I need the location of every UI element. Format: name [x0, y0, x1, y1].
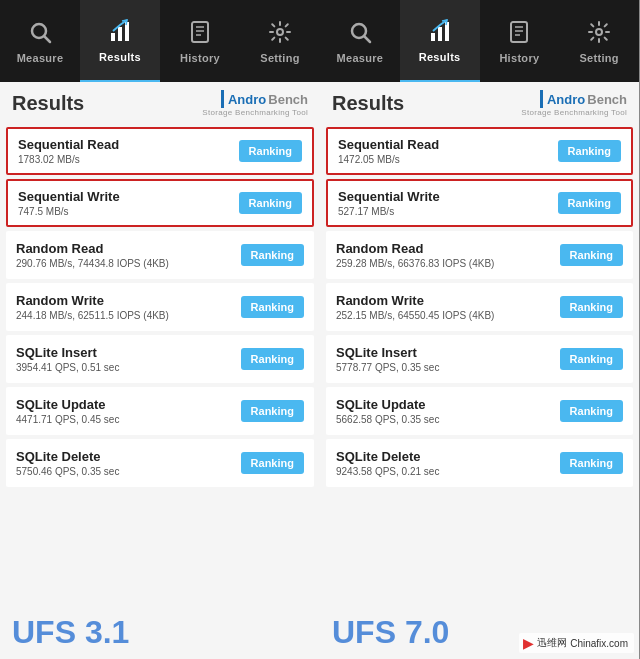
topbar-label-history: History	[499, 52, 539, 64]
bench-item-0: Sequential Read1472.05 MB/sRanking	[326, 127, 633, 175]
bench-info-5: SQLite Update5662.58 QPS, 0.35 sec	[336, 397, 552, 425]
left-panel: MeasureResultsHistorySettingResultsAndro…	[0, 0, 320, 659]
bench-name-0: Sequential Read	[338, 137, 550, 152]
ranking-button-1[interactable]: Ranking	[239, 192, 302, 214]
bottom-label-left: UFS 3.1	[0, 604, 320, 659]
bench-name-6: SQLite Delete	[16, 449, 233, 464]
bench-value-1: 527.17 MB/s	[338, 206, 550, 217]
topbar-item-measure[interactable]: Measure	[320, 0, 400, 82]
ranking-button-6[interactable]: Ranking	[241, 452, 304, 474]
bench-value-6: 5750.46 QPS, 0.35 sec	[16, 466, 233, 477]
bench-info-1: Sequential Write747.5 MB/s	[18, 189, 231, 217]
history-icon	[507, 20, 531, 48]
bench-name-3: Random Write	[336, 293, 552, 308]
results-icon	[108, 19, 132, 47]
topbar-label-measure: Measure	[17, 52, 64, 64]
bench-item-5: SQLite Update5662.58 QPS, 0.35 secRankin…	[326, 387, 633, 435]
topbar-item-results[interactable]: Results	[80, 0, 160, 82]
bench-info-1: Sequential Write527.17 MB/s	[338, 189, 550, 217]
bench-value-5: 4471.71 QPS, 0.45 sec	[16, 414, 233, 425]
andro-bench: Bench	[587, 92, 627, 107]
ranking-button-4[interactable]: Ranking	[560, 348, 623, 370]
bench-info-5: SQLite Update4471.71 QPS, 0.45 sec	[16, 397, 233, 425]
bench-name-0: Sequential Read	[18, 137, 231, 152]
bench-item-3: Random Write252.15 MB/s, 64550.45 IOPS (…	[326, 283, 633, 331]
ranking-button-3[interactable]: Ranking	[241, 296, 304, 318]
bench-item-5: SQLite Update4471.71 QPS, 0.45 secRankin…	[6, 387, 314, 435]
ranking-button-2[interactable]: Ranking	[241, 244, 304, 266]
results-title-right: Results	[332, 92, 404, 115]
bench-value-1: 747.5 MB/s	[18, 206, 231, 217]
bench-info-3: Random Write244.18 MB/s, 62511.5 IOPS (4…	[16, 293, 233, 321]
ranking-button-0[interactable]: Ranking	[239, 140, 302, 162]
bench-name-4: SQLite Insert	[16, 345, 233, 360]
bench-name-2: Random Read	[336, 241, 552, 256]
svg-rect-2	[111, 33, 115, 41]
bench-item-6: SQLite Delete9243.58 QPS, 0.21 secRankin…	[326, 439, 633, 487]
svg-rect-3	[118, 27, 122, 41]
topbar-item-setting[interactable]: Setting	[559, 0, 639, 82]
bench-list-left: Sequential Read1783.02 MB/sRankingSequen…	[0, 121, 320, 604]
bench-item-2: Random Read290.76 MB/s, 74434.8 IOPS (4K…	[6, 231, 314, 279]
bench-list-right: Sequential Read1472.05 MB/sRankingSequen…	[320, 121, 639, 604]
ranking-button-3[interactable]: Ranking	[560, 296, 623, 318]
svg-point-19	[596, 29, 602, 35]
bench-value-2: 290.76 MB/s, 74434.8 IOPS (4KB)	[16, 258, 233, 269]
svg-rect-12	[431, 33, 435, 41]
bench-info-6: SQLite Delete9243.58 QPS, 0.21 sec	[336, 449, 552, 477]
bench-info-2: Random Read290.76 MB/s, 74434.8 IOPS (4K…	[16, 241, 233, 269]
bench-info-4: SQLite Insert5778.77 QPS, 0.35 sec	[336, 345, 552, 373]
history-icon	[188, 20, 212, 48]
bench-info-0: Sequential Read1783.02 MB/s	[18, 137, 231, 165]
topbar-item-measure[interactable]: Measure	[0, 0, 80, 82]
topbar-label-results: Results	[419, 51, 461, 63]
watermark: ▶ 迅维网 Chinafix.com	[519, 633, 634, 653]
topbar-item-history[interactable]: History	[160, 0, 240, 82]
topbar-label-setting: Setting	[579, 52, 618, 64]
svg-rect-15	[511, 22, 527, 42]
bench-item-0: Sequential Read1783.02 MB/sRanking	[6, 127, 314, 175]
ranking-button-4[interactable]: Ranking	[241, 348, 304, 370]
bench-name-1: Sequential Write	[18, 189, 231, 204]
androbench-logo-left: AndroBenchStorage Benchmarking Tool	[202, 90, 308, 117]
topbar-label-setting: Setting	[260, 52, 299, 64]
bench-name-3: Random Write	[16, 293, 233, 308]
bench-value-0: 1472.05 MB/s	[338, 154, 550, 165]
bench-name-2: Random Read	[16, 241, 233, 256]
content-right: ResultsAndroBenchStorage Benchmarking To…	[320, 82, 639, 659]
ranking-button-6[interactable]: Ranking	[560, 452, 623, 474]
content-left: ResultsAndroBenchStorage Benchmarking To…	[0, 82, 320, 659]
topbar-item-results[interactable]: Results	[400, 0, 480, 82]
ranking-button-2[interactable]: Ranking	[560, 244, 623, 266]
ufs-text-left: UFS 3.1	[12, 614, 129, 650]
bench-info-6: SQLite Delete5750.46 QPS, 0.35 sec	[16, 449, 233, 477]
bench-value-5: 5662.58 QPS, 0.35 sec	[336, 414, 552, 425]
bench-item-1: Sequential Write747.5 MB/sRanking	[6, 179, 314, 227]
topbar-item-history[interactable]: History	[480, 0, 560, 82]
bench-value-3: 252.15 MB/s, 64550.45 IOPS (4KB)	[336, 310, 552, 321]
ranking-button-0[interactable]: Ranking	[558, 140, 621, 162]
bench-value-2: 259.28 MB/s, 66376.83 IOPS (4KB)	[336, 258, 552, 269]
bench-value-0: 1783.02 MB/s	[18, 154, 231, 165]
chinafix-domain: Chinafix.com	[570, 638, 628, 649]
bench-value-4: 5778.77 QPS, 0.35 sec	[336, 362, 552, 373]
bench-name-6: SQLite Delete	[336, 449, 552, 464]
measure-icon	[28, 20, 52, 48]
bench-item-1: Sequential Write527.17 MB/sRanking	[326, 179, 633, 227]
andro-bar-icon	[221, 90, 224, 108]
bench-value-4: 3954.41 QPS, 0.51 sec	[16, 362, 233, 373]
svg-line-1	[44, 36, 50, 42]
bench-info-4: SQLite Insert3954.41 QPS, 0.51 sec	[16, 345, 233, 373]
ranking-button-5[interactable]: Ranking	[560, 400, 623, 422]
results-header-right: ResultsAndroBenchStorage Benchmarking To…	[320, 82, 639, 121]
ranking-button-5[interactable]: Ranking	[241, 400, 304, 422]
bench-value-6: 9243.58 QPS, 0.21 sec	[336, 466, 552, 477]
measure-icon	[348, 20, 372, 48]
bench-item-4: SQLite Insert3954.41 QPS, 0.51 secRankin…	[6, 335, 314, 383]
topbar-item-setting[interactable]: Setting	[240, 0, 320, 82]
ranking-button-1[interactable]: Ranking	[558, 192, 621, 214]
androbench-logo-right: AndroBenchStorage Benchmarking Tool	[521, 90, 627, 117]
chinafix-arrow-icon: ▶	[523, 635, 534, 651]
bench-info-0: Sequential Read1472.05 MB/s	[338, 137, 550, 165]
bench-name-1: Sequential Write	[338, 189, 550, 204]
